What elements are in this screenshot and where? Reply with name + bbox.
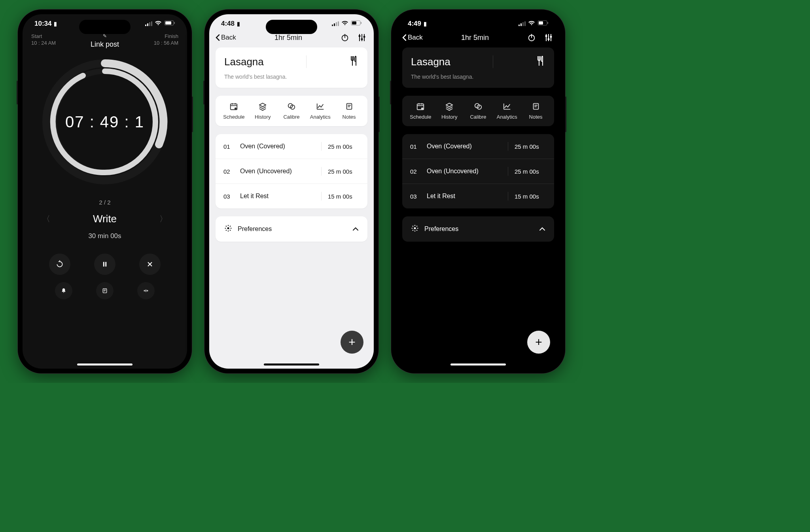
back-button[interactable]: Back <box>401 34 423 42</box>
dynamic-island <box>452 20 504 34</box>
chevron-left-icon <box>215 34 220 42</box>
step-row[interactable]: 03 Let it Rest 15 m 00s <box>216 184 367 208</box>
start-label: Start <box>31 33 42 39</box>
tab-notes[interactable]: Notes <box>335 102 363 120</box>
back-button[interactable]: Back <box>215 34 236 42</box>
steps-list: 01 Oven (Covered) 25 m 00s 02 Oven (Unco… <box>402 134 554 208</box>
tab-schedule[interactable]: Schedule <box>406 102 435 120</box>
finish-label: Finish <box>165 33 178 39</box>
battery-icon <box>351 20 362 28</box>
edit-icon[interactable]: ✎ <box>103 33 107 39</box>
cutlery-icon <box>536 55 545 68</box>
overlap-icon <box>287 102 296 111</box>
back-label: Back <box>408 34 423 42</box>
notes-button[interactable] <box>96 282 114 299</box>
preferences-label: Preferences <box>424 225 534 233</box>
sliders-icon <box>545 33 553 42</box>
chart-icon <box>503 102 511 111</box>
svg-rect-9 <box>352 21 356 25</box>
step-row[interactable]: 02 Oven (Uncovered) 25 m 00s <box>216 159 367 184</box>
signal-icon <box>332 21 339 26</box>
sliders-icon <box>358 33 366 42</box>
signal-icon <box>519 21 526 26</box>
prev-step-button[interactable]: 〈 <box>38 210 54 228</box>
tab-analytics[interactable]: Analytics <box>306 102 335 120</box>
preferences-label: Preferences <box>238 225 347 233</box>
home-indicator[interactable] <box>77 364 132 365</box>
step-row[interactable]: 03 Let it Rest 15 m 00s <box>402 184 554 208</box>
tab-history[interactable]: History <box>435 102 464 120</box>
close-button[interactable] <box>139 254 161 275</box>
preferences-row[interactable]: Preferences <box>402 216 554 242</box>
recipe-subtitle: The world's best lasagna. <box>411 74 545 80</box>
bell-button[interactable] <box>55 282 72 299</box>
rewind-icon <box>56 260 64 268</box>
nav-title: 1hr 5min <box>274 34 302 42</box>
status-time: 4:48 <box>221 20 235 28</box>
phone-recipe-dark: 4:49 ▮ Back 1hr 5min Lasagn <box>391 9 565 373</box>
timer-value: 07 : 49 : 1 <box>40 57 170 187</box>
timer-title[interactable]: Link post <box>91 40 119 49</box>
power-button[interactable] <box>341 33 349 42</box>
plus-icon: + <box>348 335 356 349</box>
tab-analytics[interactable]: Analytics <box>492 102 521 120</box>
settings-button[interactable] <box>137 282 155 299</box>
cutlery-icon <box>349 55 359 68</box>
preferences-row[interactable]: Preferences <box>216 216 367 242</box>
svg-point-14 <box>363 36 365 38</box>
power-icon <box>341 33 349 42</box>
tab-bar: Schedule History Calibre Analytics Notes <box>216 96 367 126</box>
tab-calibre[interactable]: Calibre <box>464 102 493 120</box>
svg-point-27 <box>550 36 552 38</box>
recipe-header-card: Lasagna The world's best lasagna. <box>216 47 367 88</box>
step-row[interactable]: 01 Oven (Covered) 25 m 00s <box>402 134 554 159</box>
tab-bar: Schedule History Calibre Analytics Notes <box>402 96 554 126</box>
nav-title: 1hr 5min <box>461 34 489 42</box>
svg-point-33 <box>414 227 416 229</box>
home-indicator[interactable] <box>450 364 506 365</box>
wifi-icon <box>341 20 348 28</box>
rewind-button[interactable] <box>49 254 70 275</box>
svg-rect-2 <box>174 22 175 24</box>
battery-icon <box>537 20 549 28</box>
tab-schedule[interactable]: Schedule <box>220 102 248 120</box>
step-row[interactable]: 01 Oven (Covered) 25 m 00s <box>216 134 367 159</box>
close-icon <box>146 260 154 268</box>
notes-icon <box>532 102 540 111</box>
tab-notes[interactable]: Notes <box>521 102 550 120</box>
overlap-icon <box>474 102 483 111</box>
dynamic-island <box>79 20 131 34</box>
dynamic-island <box>266 20 317 34</box>
layers-icon <box>445 102 454 111</box>
add-button[interactable]: + <box>527 331 550 354</box>
sliders-button[interactable] <box>358 33 366 42</box>
timer-ring: 07 : 49 : 1 <box>40 57 170 187</box>
add-button[interactable]: + <box>341 331 363 354</box>
power-button[interactable] <box>527 33 536 42</box>
recipe-name: Lasagna <box>411 56 450 68</box>
tab-calibre[interactable]: Calibre <box>277 102 306 120</box>
svg-rect-23 <box>547 22 548 24</box>
recipe-header-card: Lasagna The world's best lasagna. <box>402 47 554 88</box>
finish-time: 10 : 56 AM <box>154 40 178 46</box>
plus-icon: + <box>535 335 542 349</box>
svg-point-25 <box>545 35 547 37</box>
bookmark-icon: ▮ <box>424 21 427 27</box>
step-title: Write <box>93 213 117 225</box>
layers-icon <box>258 102 267 111</box>
pause-button[interactable] <box>94 254 115 275</box>
next-step-button[interactable]: 〉 <box>155 210 171 228</box>
sliders-button[interactable] <box>545 33 553 42</box>
tab-history[interactable]: History <box>248 102 277 120</box>
svg-rect-6 <box>105 262 106 267</box>
svg-rect-5 <box>103 262 104 267</box>
svg-rect-1 <box>165 21 171 25</box>
calendar-icon <box>416 102 425 111</box>
battery-icon <box>164 20 175 28</box>
step-row[interactable]: 02 Oven (Uncovered) 25 m 00s <box>402 159 554 184</box>
svg-rect-22 <box>539 21 543 25</box>
svg-point-20 <box>227 227 229 229</box>
gear-icon <box>224 224 232 234</box>
chevron-up-icon <box>352 225 359 233</box>
home-indicator[interactable] <box>264 364 319 365</box>
